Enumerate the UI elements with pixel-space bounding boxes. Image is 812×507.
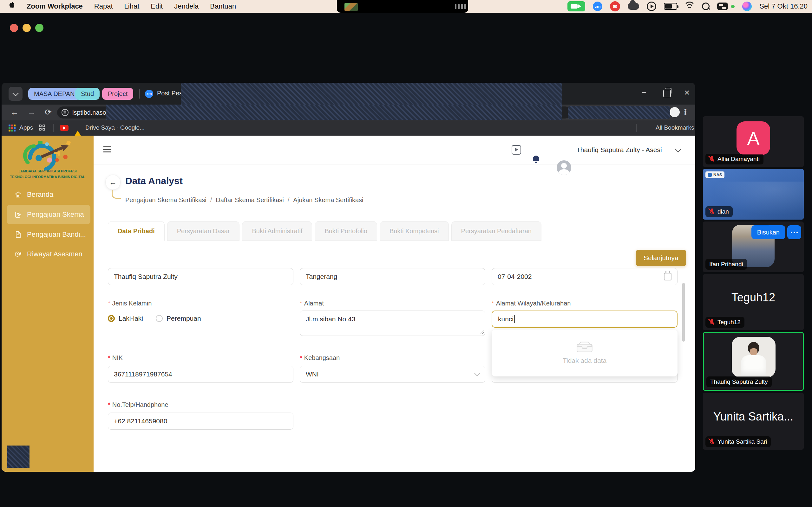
sidebar-item-riwayat-asesmen[interactable]: Riwayat Asesmen (2, 246, 106, 262)
notification-badge-icon[interactable]: 99 (610, 1, 620, 11)
address-textarea[interactable]: Jl.m.siban No 43 (300, 311, 485, 336)
text-caret (514, 315, 515, 323)
empty-text: Tidak ada data (492, 357, 677, 364)
menubar-menu-edit[interactable]: Edit (151, 2, 163, 10)
participant-name-label: Ifan Prihandi (705, 259, 747, 270)
phone-field[interactable]: +62 82114659080 (108, 412, 293, 430)
birthplace-field[interactable]: Tangerang (300, 268, 485, 285)
all-bookmarks-label[interactable]: All Bookmarks (656, 124, 694, 131)
window-close-button[interactable]: × (684, 88, 690, 97)
page-scrollbar-thumb[interactable] (682, 283, 685, 342)
window-minimize-traffic-light[interactable] (22, 24, 31, 32)
apple-menu-icon[interactable] (9, 2, 16, 11)
mute-participant-button[interactable]: Bisukan (751, 225, 785, 239)
birthdate-field[interactable]: 07-04-2002 (492, 268, 677, 285)
radio-perempuan[interactable] (156, 315, 163, 322)
nationality-select[interactable]: WNI (300, 366, 485, 383)
menubar-menu-bantuan[interactable]: Bantuan (210, 2, 236, 10)
radio-laki-laki[interactable] (108, 315, 115, 322)
back-button[interactable]: ← (105, 175, 120, 190)
apps-grid-icon[interactable] (9, 124, 15, 131)
bookmarks-bar: Apps Drive Saya - Google... All Bookmark… (2, 120, 695, 135)
lsp-logo-text-line1: LEMBAGA SERTIFIKASI PROFESI (5, 169, 90, 174)
participant-tile-thaufiq-active[interactable]: Thaufiq Saputra Zulty (703, 332, 804, 391)
name-field[interactable]: Thaufiq Saputra Zulty (108, 268, 293, 285)
participant-tile-yunita[interactable]: Yunita Sartika... Yunita Sartika Sari (703, 393, 804, 450)
gender-label: * Jenis Kelamin (108, 300, 152, 307)
notch-bars-icon (455, 4, 466, 9)
zoom-menubar-icon[interactable]: zm (593, 2, 602, 11)
wifi-icon[interactable] (685, 3, 694, 10)
breadcrumb-separator: / (210, 196, 212, 204)
battery-icon[interactable] (664, 3, 677, 10)
tab-persyaratan-pendaftaran[interactable]: Persyaratan Pendaftaran (451, 221, 542, 241)
menubar-menu-lihat[interactable]: Lihat (124, 2, 140, 10)
user-avatar[interactable] (557, 160, 571, 175)
window-zoom-traffic-light[interactable] (35, 24, 44, 32)
participant-tile-alfia[interactable]: A Alfia Damayanti (703, 116, 804, 167)
nik-field[interactable]: 3671118971987654 (108, 366, 293, 383)
sidebar-item-pengajuan-skema[interactable]: Pengajuan Skema (2, 207, 106, 222)
next-button[interactable]: Selanjutnya (636, 250, 686, 266)
tab-group-stud[interactable]: Stud (75, 88, 100, 100)
window-close-traffic-light[interactable] (10, 24, 18, 32)
more-options-button[interactable] (787, 225, 801, 239)
drive-bookmark-label[interactable]: Drive Saya - Google... (85, 124, 145, 131)
form-tabs: Data Pribadi Persyaratan Dasar Bukti Adm… (108, 221, 542, 241)
calendar-icon[interactable] (664, 273, 671, 280)
tab-search-chevron-button[interactable] (9, 87, 22, 101)
tab-data-pribadi[interactable]: Data Pribadi (108, 221, 165, 241)
window-minimize-button[interactable]: − (642, 89, 647, 97)
cloud-icon[interactable] (628, 3, 639, 10)
gender-radio-group: Laki-laki Perempuan (108, 315, 201, 322)
menubar-menu-jendela[interactable]: Jendela (174, 2, 199, 10)
participant-tile-ifan[interactable]: Bisukan Ifan Prihandi (703, 222, 804, 272)
menubar-clock[interactable]: Sel 7 Okt 16.20 (759, 2, 808, 10)
tab-group-masa-depan[interactable]: MASA DEPAN (28, 88, 81, 100)
user-menu-chevron-icon[interactable] (675, 146, 681, 153)
menubar-menu-rapat[interactable]: Rapat (94, 2, 113, 10)
youtube-bookmark-icon[interactable] (60, 125, 68, 131)
user-menu-label[interactable]: Thaufiq Saputra Zulty - Asesi (576, 146, 662, 154)
siri-icon[interactable] (742, 2, 752, 11)
grid-bookmark-icon[interactable] (39, 124, 45, 130)
radio-label-perempuan[interactable]: Perempuan (166, 315, 201, 322)
participant-tile-dian[interactable]: NAS dian (703, 169, 804, 220)
window-restore-button[interactable] (663, 90, 671, 97)
back-nav-icon[interactable]: ← (10, 107, 19, 117)
tab-group-project[interactable]: Project (102, 88, 133, 100)
presentation-panel-icon[interactable] (512, 145, 521, 155)
mic-muted-icon (709, 209, 715, 215)
media-play-icon[interactable] (647, 2, 656, 11)
tab-bukti-kompetensi[interactable]: Bukti Kompetensi (380, 221, 449, 241)
reload-icon[interactable]: ⟳ (45, 107, 52, 117)
breadcrumb-item[interactable]: Daftar Skema Sertifikasi (216, 196, 284, 204)
profile-avatar-icon[interactable] (670, 107, 680, 117)
breadcrumb-item[interactable]: Pengajuan Skema Sertifikasi (125, 196, 206, 204)
participant-tile-teguh[interactable]: Teguh12 Teguh12 (703, 274, 804, 330)
hamburger-menu-icon[interactable] (103, 145, 111, 154)
forward-nav-icon[interactable]: → (28, 107, 36, 117)
resize-handle[interactable] (480, 331, 484, 334)
site-settings-icon[interactable] (61, 109, 68, 116)
apps-bookmark-label[interactable]: Apps (19, 124, 33, 131)
notification-bell-icon[interactable] (532, 155, 540, 163)
tab-bukti-administratif[interactable]: Bukti Administratif (242, 221, 312, 241)
sidebar-item-beranda[interactable]: Beranda (2, 187, 106, 202)
spotlight-search-icon[interactable] (702, 3, 710, 10)
camera-active-icon[interactable] (567, 1, 585, 11)
participant-photo (732, 337, 775, 377)
breadcrumb-item[interactable]: Ajukan Skema Sertifikasi (293, 196, 363, 204)
pip-video-thumbnail (345, 3, 358, 11)
browser-menu-icon[interactable]: ••• (684, 108, 687, 115)
control-center-icon[interactable] (717, 3, 728, 10)
sidebar-item-pengajuan-banding[interactable]: Pengajuan Bandi... (2, 227, 106, 242)
kelurahan-input[interactable]: kunci (492, 311, 677, 328)
radio-label-laki-laki[interactable]: Laki-laki (119, 315, 143, 322)
tab-persyaratan-dasar[interactable]: Persyaratan Dasar (167, 221, 240, 241)
tab-bukti-portofolio[interactable]: Bukti Portofolio (315, 221, 377, 241)
menubar-app-name[interactable]: Zoom Workplace (27, 2, 83, 10)
sidebar-item-label: Pengajuan Skema (27, 210, 84, 219)
tab-separator (139, 89, 140, 99)
phone-label: * No.Telp/Handphone (108, 401, 168, 408)
